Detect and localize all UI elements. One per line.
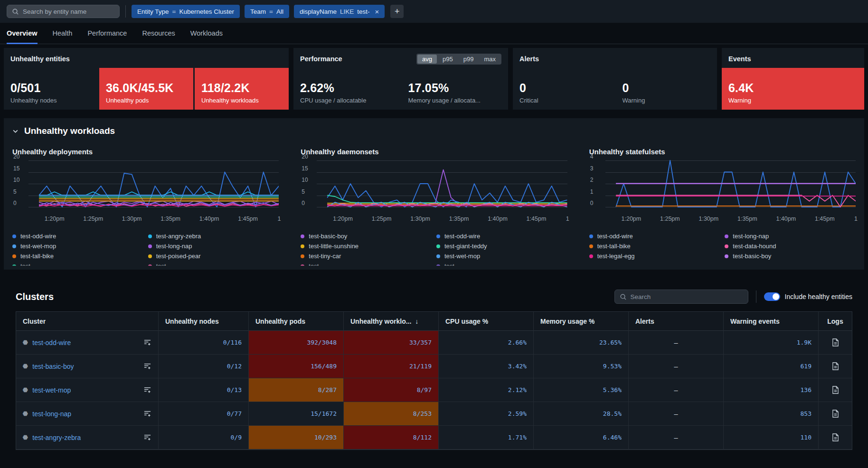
column-header-memory-usage[interactable]: Memory usage %	[534, 312, 629, 331]
unhealthy-nodes-link[interactable]: 0/12	[227, 363, 242, 370]
legend-item-test-tall-bike[interactable]: test-tall-bike	[12, 253, 143, 260]
unhealthy-workloads-link[interactable]: 33/357	[409, 339, 432, 346]
warning-events-link[interactable]: 1.9K	[797, 339, 811, 346]
legend-item-test-poised-pear[interactable]: test-poised-pear	[148, 253, 279, 260]
collapse-chevron-icon[interactable]	[12, 129, 19, 133]
logs-icon[interactable]	[832, 410, 839, 418]
warning-events-link[interactable]: 110	[801, 434, 811, 441]
warning-events-link[interactable]: 619	[801, 363, 811, 370]
unhealthy-workloads-link[interactable]: 8/97	[417, 386, 432, 393]
legend-item-test-long-nap[interactable]: test-long-nap	[148, 243, 279, 250]
column-header-alerts[interactable]: Alerts	[629, 312, 724, 331]
filter-add-icon[interactable]	[140, 386, 151, 393]
unhealthy-workloads-link[interactable]: 21/119	[409, 363, 432, 370]
cpu-usage-link[interactable]: 1.71%	[508, 434, 527, 441]
agg-option-avg[interactable]: avg	[417, 55, 437, 64]
stat-warning[interactable]: 6.4KWarning	[722, 68, 864, 110]
agg-option-p95[interactable]: p95	[438, 55, 458, 64]
chart-plot-area[interactable]: 05101520	[301, 157, 567, 213]
unhealthy-nodes-link[interactable]: 0/116	[223, 339, 242, 346]
cpu-usage-link[interactable]: 2.59%	[508, 410, 527, 417]
warning-events-link[interactable]: 853	[801, 410, 811, 417]
unhealthy-workloads-link[interactable]: 8/112	[413, 434, 432, 441]
unhealthy-workloads-link[interactable]: 8/253	[413, 410, 432, 417]
filter-add-icon[interactable]	[140, 410, 151, 417]
legend-item-test-angry-zebra[interactable]: test-angry-zebra	[148, 233, 279, 240]
stat-memory-usage-allocata[interactable]: 17.05%Memory usage / allocata...	[402, 68, 509, 110]
agg-option-p99[interactable]: p99	[459, 55, 479, 64]
memory-usage-link[interactable]: 6.46%	[603, 434, 622, 441]
legend-item-test-legal-egg[interactable]: test-legal-egg	[589, 253, 720, 260]
tab-health[interactable]: Health	[53, 23, 73, 44]
legend-item-test-wet-mop[interactable]: test-wet-mop	[436, 253, 567, 260]
cluster-link[interactable]: test-wet-mop	[32, 386, 71, 394]
unhealthy-nodes-link[interactable]: 0/13	[227, 386, 242, 393]
cpu-usage-link[interactable]: 2.66%	[508, 339, 527, 346]
column-header-cluster[interactable]: Cluster	[16, 312, 159, 331]
tab-performance[interactable]: Performance	[87, 23, 127, 44]
logs-icon[interactable]	[832, 338, 839, 346]
unhealthy-pods-link[interactable]: 10/293	[314, 434, 337, 441]
include-healthy-toggle[interactable]	[764, 292, 780, 301]
column-header-warning-events[interactable]: Warning events	[724, 312, 819, 331]
legend-item-test-odd-wire[interactable]: test-odd-wire	[436, 233, 567, 240]
filter-pill-displayname[interactable]: displayNameLIKEtest-×	[294, 5, 385, 18]
cpu-usage-link[interactable]: 3.42%	[508, 363, 527, 370]
filter-add-icon[interactable]	[140, 339, 151, 346]
column-header-unhealthy-pods[interactable]: Unhealthy pods	[249, 312, 344, 331]
chart-plot-area[interactable]: 05101520	[12, 157, 279, 213]
logs-icon[interactable]	[832, 362, 839, 370]
stat-unhealthy-workloads[interactable]: 118/2.2KUnhealthy workloads	[195, 68, 289, 110]
stat-cpu-usage-allocatable[interactable]: 2.62%CPU usage / allocatable	[293, 68, 400, 110]
legend-item-test-little-sunshine[interactable]: test-little-sunshine	[301, 243, 432, 250]
remove-filter-icon[interactable]: ×	[375, 8, 379, 15]
tab-resources[interactable]: Resources	[142, 23, 175, 44]
cluster-link[interactable]: test-basic-boy	[32, 363, 74, 370]
legend-item-test-data-hound[interactable]: test-data-hound	[725, 243, 856, 250]
tab-overview[interactable]: Overview	[7, 23, 38, 44]
table-search-input[interactable]: Search	[614, 290, 748, 304]
stat-unhealthy-nodes[interactable]: 0/501Unhealthy nodes	[4, 68, 98, 110]
legend-item-test-odd-wire[interactable]: test-odd-wire	[12, 233, 143, 240]
stat-warning[interactable]: 0Warning	[616, 68, 717, 110]
memory-usage-link[interactable]: 9.53%	[603, 363, 622, 370]
memory-usage-link[interactable]: 23.65%	[599, 339, 622, 346]
unhealthy-nodes-link[interactable]: 0/9	[231, 434, 242, 441]
cpu-usage-link[interactable]: 2.12%	[508, 386, 527, 393]
unhealthy-pods-link[interactable]: 15/1672	[311, 410, 337, 417]
memory-usage-link[interactable]: 5.36%	[603, 386, 622, 393]
legend-item-test-tiny-car[interactable]: test-tiny-car	[301, 253, 432, 260]
unhealthy-pods-link[interactable]: 156/489	[311, 363, 337, 370]
tab-workloads[interactable]: Workloads	[190, 23, 223, 44]
filter-pill-team[interactable]: Team=All	[245, 5, 289, 18]
unhealthy-nodes-link[interactable]: 0/77	[227, 410, 242, 417]
column-header-logs[interactable]: Logs	[819, 312, 852, 331]
stat-unhealthy-pods[interactable]: 36.0K/45.5KUnhealthy pods	[99, 68, 193, 110]
column-header-unhealthy-nodes[interactable]: Unhealthy nodes	[159, 312, 249, 331]
warning-events-link[interactable]: 136	[801, 386, 811, 393]
entity-search-input[interactable]: Search by entity name	[7, 5, 120, 18]
unhealthy-pods-link[interactable]: 8/287	[318, 386, 337, 393]
logs-icon[interactable]	[832, 433, 839, 441]
chart-plot-area[interactable]: 01234	[589, 157, 856, 213]
filter-add-icon[interactable]	[140, 434, 151, 441]
column-header-cpu-usage[interactable]: CPU usage %	[439, 312, 534, 331]
legend-item-test-basic-boy[interactable]: test-basic-boy	[301, 233, 432, 240]
cluster-link[interactable]: test-odd-wire	[32, 339, 71, 346]
legend-item-test-giant-teddy[interactable]: test-giant-teddy	[436, 243, 567, 250]
legend-item-test-wet-mop[interactable]: test-wet-mop	[12, 243, 143, 250]
cluster-link[interactable]: test-angry-zebra	[32, 434, 81, 441]
column-header-unhealthy-worklo[interactable]: Unhealthy worklo...↓	[344, 312, 439, 331]
filter-add-icon[interactable]	[140, 363, 151, 370]
legend-item-test-basic-boy[interactable]: test-basic-boy	[725, 253, 856, 260]
memory-usage-link[interactable]: 28.5%	[603, 410, 622, 417]
stat-critical[interactable]: 0Critical	[513, 68, 614, 110]
unhealthy-pods-link[interactable]: 392/3048	[307, 339, 337, 346]
legend-item-test-tall-bike[interactable]: test-tall-bike	[589, 243, 720, 250]
agg-option-max[interactable]: max	[479, 55, 500, 64]
filter-pill-entity-type[interactable]: Entity Type=Kubernetes Cluster	[132, 5, 240, 18]
cluster-link[interactable]: test-long-nap	[32, 410, 71, 418]
add-filter-button[interactable]: +	[390, 5, 404, 18]
logs-icon[interactable]	[832, 386, 839, 394]
legend-item-test-odd-wire[interactable]: test-odd-wire	[589, 233, 720, 240]
